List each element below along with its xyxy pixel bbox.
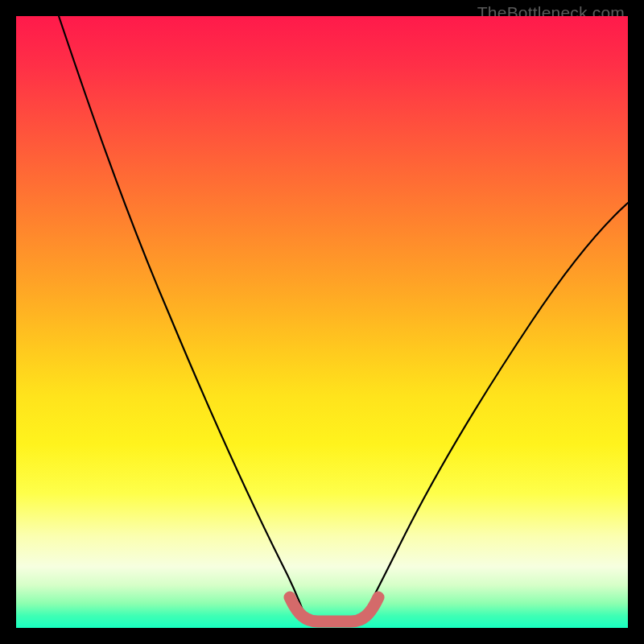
right-curve (362, 203, 628, 618)
curve-layer (16, 16, 628, 628)
left-curve (59, 16, 306, 618)
chart-frame: TheBottleneck.com (0, 0, 644, 644)
highlight-band (290, 597, 378, 621)
plot-area (16, 16, 628, 628)
